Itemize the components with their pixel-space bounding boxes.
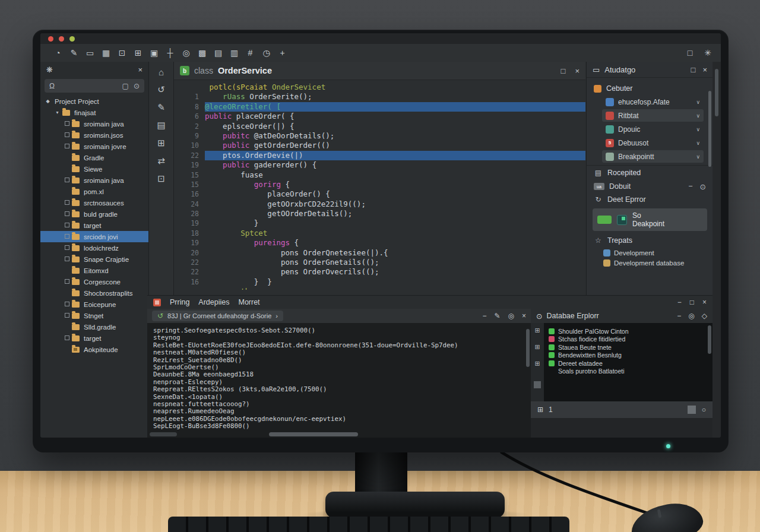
save-icon[interactable]: ▦ xyxy=(98,48,114,58)
line-number[interactable]: 22 xyxy=(174,258,205,267)
tree-item-corgescone[interactable]: Corgescone xyxy=(40,276,148,287)
db-item-stauea-beute-tnete[interactable]: Stauea Beute tnete xyxy=(549,343,712,352)
line-number[interactable]: 15 xyxy=(174,170,205,180)
target-development-database[interactable]: Development database xyxy=(603,258,713,268)
console-horizontal-scrollbar[interactable] xyxy=(269,432,358,436)
line-number[interactable]: 19 xyxy=(174,218,205,228)
checkbox-icon[interactable] xyxy=(63,234,71,240)
checkbox-icon[interactable] xyxy=(63,200,71,206)
close-icon[interactable]: × xyxy=(702,298,707,306)
bottom-tab-prring[interactable]: Prring xyxy=(170,298,189,306)
run-config-pill[interactable]: ↺ 83J | Gr Corneet dufeahotgr d-Sorie › xyxy=(152,311,283,321)
window-scrollbar[interactable] xyxy=(715,69,718,116)
line-number[interactable]: 18 xyxy=(174,229,205,238)
tree-item-pom-xl[interactable]: pom.xl xyxy=(40,186,148,197)
selected-breakpoint-card[interactable]: SoDeakpoint xyxy=(593,208,707,231)
line-number[interactable]: 16 xyxy=(174,277,205,287)
grid-icon[interactable]: ⊞ xyxy=(157,138,165,148)
db-item-soals-purotno-batlatoeti[interactable]: Soals purotno Batlatoeti xyxy=(549,368,712,376)
dropdown-dpouic[interactable]: Dpouic∨ xyxy=(602,123,704,135)
pen-icon[interactable]: ✎ xyxy=(66,48,82,58)
image-icon[interactable]: ▤ xyxy=(157,120,165,131)
minimize-icon[interactable]: − xyxy=(688,182,692,191)
line-number[interactable]: 22 xyxy=(174,267,205,277)
minimize-dot[interactable] xyxy=(59,36,64,42)
line-number[interactable]: 24 xyxy=(174,200,205,209)
crosshair-icon[interactable]: ┼ xyxy=(162,48,178,58)
db-item-shoulder-paigtow-cinton[interactable]: Shoulder PaIGtow Cinton xyxy=(549,327,712,335)
tree-item-gradle[interactable]: Gradle xyxy=(40,152,148,163)
search-icon[interactable]: ⊙ xyxy=(700,182,706,191)
line-number[interactable]: 10 xyxy=(174,141,205,150)
close-icon[interactable]: × xyxy=(702,65,707,74)
chevron-down-icon[interactable]: ▾ xyxy=(53,110,61,115)
copy-icon[interactable]: ▩ xyxy=(194,48,210,58)
checkbox-icon[interactable] xyxy=(63,279,71,285)
undo-icon[interactable]: ↺ xyxy=(157,84,165,95)
tree-item-shocbrostraplits[interactable]: Shocbrostraplits xyxy=(40,287,148,299)
maximize-icon[interactable]: □ xyxy=(690,298,694,306)
record-icon[interactable]: ○ xyxy=(702,406,706,414)
restore-icon[interactable]: □ xyxy=(688,48,692,58)
target-development[interactable]: Development xyxy=(603,248,713,258)
dropdown-breakpointt[interactable]: Breakpointt∨ xyxy=(602,150,704,163)
edit-icon[interactable]: ✎ xyxy=(494,312,500,320)
bottom-tab-morret[interactable]: Morret xyxy=(238,298,259,306)
calendar-icon[interactable]: ▤ xyxy=(210,48,226,58)
table-grid-icon[interactable]: ⊞ xyxy=(534,343,540,351)
tree-item-target[interactable]: target xyxy=(40,332,148,344)
line-number[interactable]: 9 xyxy=(174,131,205,141)
row-deet-eprror[interactable]: ↻Deet Eprror xyxy=(587,193,713,206)
dropdown-ehucefosp-afate[interactable]: ehucefosp.Afate∨ xyxy=(602,96,704,108)
clipboard-icon[interactable]: ▥ xyxy=(226,48,242,58)
tree-item-lodoichredz[interactable]: lodoichredz xyxy=(40,242,148,254)
checkbox-icon[interactable] xyxy=(63,223,71,229)
tree-item-eitomxd[interactable]: Eitomxd xyxy=(40,265,148,276)
checkbox-icon[interactable] xyxy=(63,313,71,319)
minimize-icon[interactable]: − xyxy=(482,312,486,320)
sync-icon[interactable]: ⇄ xyxy=(157,156,165,166)
filter-icon[interactable]: ▢ xyxy=(122,82,129,90)
line-number[interactable] xyxy=(174,83,205,92)
maximize-icon[interactable]: □ xyxy=(561,66,566,75)
tree-item-finajsat[interactable]: ▾finajsat xyxy=(40,107,148,118)
console-output[interactable]: springt.Seofoegatespec0stos-Sebot.S27000… xyxy=(147,323,531,438)
section-rocepited[interactable]: ▤Rocepited xyxy=(587,165,713,180)
close-icon[interactable]: × xyxy=(522,312,526,320)
add-icon[interactable]: + xyxy=(274,48,290,58)
line-number[interactable]: 8 xyxy=(174,102,205,112)
target-icon[interactable]: ◎ xyxy=(508,312,514,320)
code-area[interactable]: potlc(sPcaiat OnderSevicet1 rUass OrderS… xyxy=(174,80,585,290)
checkbox-icon[interactable] xyxy=(63,302,71,308)
burst-icon[interactable]: ✳ xyxy=(704,48,711,58)
hash-icon[interactable]: # xyxy=(242,48,258,58)
profile-icon[interactable]: ◔ xyxy=(50,48,66,58)
file-icon[interactable]: ▭ xyxy=(82,48,98,58)
tree-item-stnget[interactable]: Stnget xyxy=(40,310,148,321)
checkbox-icon[interactable] xyxy=(63,335,71,341)
minimize-icon[interactable]: − xyxy=(677,312,681,320)
chevron-down-icon[interactable]: ∨ xyxy=(696,154,700,160)
bottom-tab-ardepiies[interactable]: Ardepiies xyxy=(198,298,229,306)
chevron-down-icon[interactable]: ∨ xyxy=(696,99,700,105)
checkbox-icon[interactable] xyxy=(63,211,71,217)
db-item-stchas-fiodice-fitidlertied[interactable]: Stchas fiodice fitidlertied xyxy=(549,335,712,344)
line-number[interactable]: 19 xyxy=(174,160,205,170)
diamond-icon[interactable]: ◇ xyxy=(702,312,707,320)
chevron-down-icon[interactable]: ∨ xyxy=(696,126,700,132)
gear-icon[interactable]: ❋ xyxy=(46,65,53,74)
db-item-bendewixtten-besnlutg[interactable]: Bendewixtten Besnlutg xyxy=(549,352,712,360)
pen-icon[interactable]: ✎ xyxy=(157,102,165,113)
database-scrollbar[interactable] xyxy=(708,325,711,354)
checkbox-icon[interactable] xyxy=(63,245,71,251)
target-icon[interactable]: ◎ xyxy=(688,312,694,320)
row-dobuit[interactable]: uaDobuit−⊙ xyxy=(587,180,713,193)
table-grid-icon[interactable]: ⊞ xyxy=(534,327,540,334)
tree-item-eoicepune[interactable]: Eoicepune xyxy=(40,299,148,310)
tree-item-slld-gradle[interactable]: Slld.gradle xyxy=(40,321,148,332)
close-icon[interactable]: × xyxy=(138,65,142,74)
table-grid-icon[interactable]: ⊞ xyxy=(534,360,540,368)
console-horizontal-scrollbar-track[interactable] xyxy=(150,432,177,436)
tree-item-aokpiteude[interactable]: Aokpiteude xyxy=(40,344,148,355)
tree-item-sroimain-jovre[interactable]: sroimain jovre xyxy=(40,141,148,152)
